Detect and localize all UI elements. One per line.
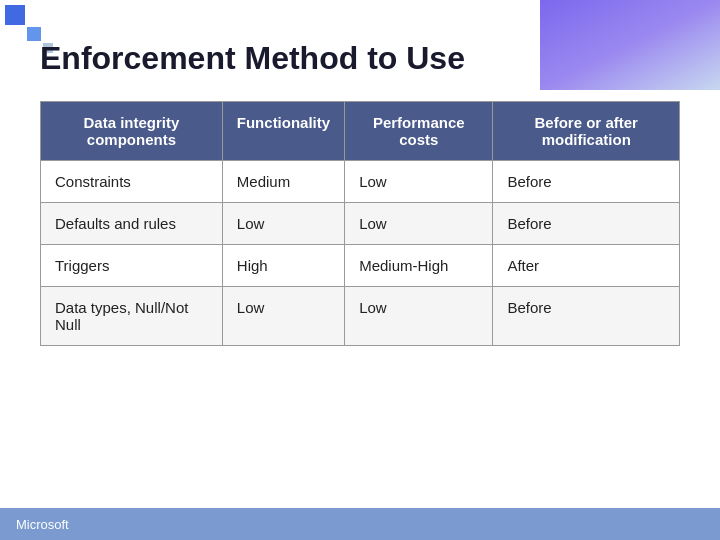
col-header-component: Data integrity components: [41, 102, 223, 161]
cell-functionality-1: Low: [222, 203, 344, 245]
table-header-row: Data integrity components Functionality …: [41, 102, 680, 161]
table-row: Constraints Medium Low Before: [41, 161, 680, 203]
col-header-functionality: Functionality: [222, 102, 344, 161]
cell-timing-1: Before: [493, 203, 680, 245]
table-row: Triggers High Medium-High After: [41, 245, 680, 287]
table-row: Defaults and rules Low Low Before: [41, 203, 680, 245]
cell-component-2: Triggers: [41, 245, 223, 287]
footer-label: Microsoft: [16, 517, 69, 532]
cell-performance-1: Low: [345, 203, 493, 245]
cell-component-1: Defaults and rules: [41, 203, 223, 245]
cell-performance-0: Low: [345, 161, 493, 203]
enforcement-table: Data integrity components Functionality …: [40, 101, 680, 346]
footer-bar: Microsoft: [0, 508, 720, 540]
cell-timing-3: Before: [493, 287, 680, 346]
cell-functionality-2: High: [222, 245, 344, 287]
col-header-performance: Performance costs: [345, 102, 493, 161]
cell-functionality-3: Low: [222, 287, 344, 346]
cell-functionality-0: Medium: [222, 161, 344, 203]
col-header-timing: Before or after modification: [493, 102, 680, 161]
page-title: Enforcement Method to Use: [40, 40, 680, 77]
cell-timing-0: Before: [493, 161, 680, 203]
cell-component-0: Constraints: [41, 161, 223, 203]
table-row: Data types, Null/Not Null Low Low Before: [41, 287, 680, 346]
cell-component-3: Data types, Null/Not Null: [41, 287, 223, 346]
cell-performance-3: Low: [345, 287, 493, 346]
cell-timing-2: After: [493, 245, 680, 287]
cell-performance-2: Medium-High: [345, 245, 493, 287]
